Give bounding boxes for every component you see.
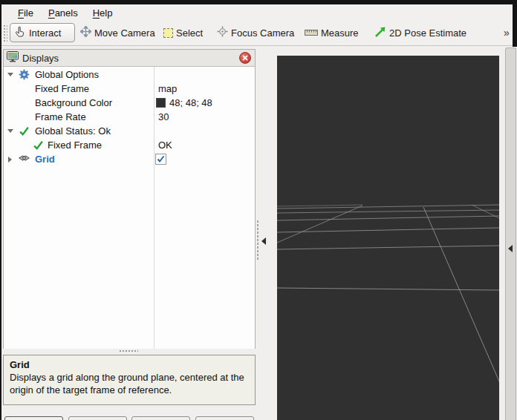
displays-panel-header[interactable]: Displays (4, 50, 255, 67)
displays-icon (7, 51, 19, 65)
menu-file[interactable]: File (10, 7, 41, 19)
grid-display-label: Grid (35, 154, 55, 165)
move-icon (80, 26, 91, 39)
toolbar-overflow-label: » (504, 27, 509, 39)
grid-enabled-checkbox[interactable] (155, 154, 166, 165)
window-border-left (0, 4, 1, 420)
displays-property-tree: Global Options Fixed Frame map Backgroun… (4, 67, 255, 349)
expander-right-icon[interactable] (8, 157, 12, 163)
selection-box-icon (163, 28, 173, 38)
displays-panel-title: Displays (22, 53, 59, 64)
viewport-splitter-handle[interactable] (256, 220, 259, 261)
tree-row-global-status[interactable]: Global Status: Ok (4, 124, 255, 138)
window-border-right (513, 0, 517, 47)
menu-bar: File Panels Help (1, 4, 513, 21)
expander-down-icon[interactable] (7, 73, 13, 76)
property-label: Fixed Frame (48, 140, 102, 151)
property-label: Frame Rate (35, 111, 86, 122)
grid-display-icon (19, 154, 30, 165)
tool-focus-camera-label: Focus Camera (231, 27, 294, 39)
toolbar-overflow-button[interactable]: » (504, 23, 509, 42)
bottom-button-4[interactable] (195, 416, 254, 420)
tool-2d-pose-estimate-button[interactable]: 2D Pose Estimate (374, 23, 466, 42)
tree-row-grid[interactable]: Grid (4, 152, 255, 166)
tool-interact-button[interactable]: Interact (10, 23, 75, 42)
property-label: Fixed Frame (35, 83, 89, 94)
tool-measure-label: Measure (321, 27, 359, 39)
tool-move-camera-button[interactable]: Move Camera (80, 23, 155, 42)
collapse-right-arrow-icon[interactable] (508, 245, 513, 252)
check-status-icon (19, 125, 30, 137)
bottom-button-2[interactable] (68, 416, 127, 420)
toolbar: Interact Move Camera Select Focus Camera… (1, 21, 513, 46)
tree-row-background-color[interactable]: Background Color 48; 48; 48 (4, 96, 255, 110)
crosshair-icon (217, 26, 228, 39)
expander-down-icon[interactable] (7, 129, 13, 133)
collapsed-right-panel-strip[interactable] (505, 47, 516, 420)
bottom-button-3[interactable] (131, 416, 190, 420)
tool-2d-pose-estimate-label: 2D Pose Estimate (389, 27, 466, 39)
frame-rate-value[interactable]: 30 (158, 111, 169, 122)
menu-panels[interactable]: Panels (41, 7, 85, 19)
property-label: Global Status: Ok (35, 125, 111, 137)
fixed-frame-value[interactable]: map (158, 83, 177, 94)
tool-select-label: Select (176, 27, 203, 39)
tree-row-fixed-frame[interactable]: Fixed Frame map (4, 82, 255, 96)
display-description-box: Grid Displays a grid along the ground pl… (3, 355, 256, 405)
description-splitter-handle[interactable] (119, 350, 138, 353)
description-title: Grid (10, 358, 249, 371)
fixed-frame-status-value: OK (158, 140, 172, 151)
gear-icon (19, 69, 30, 80)
pose-arrow-icon (374, 26, 386, 40)
tool-measure-button[interactable]: Measure (305, 23, 359, 42)
tree-row-fixed-frame-status[interactable]: Fixed Frame OK (4, 138, 255, 152)
ruler-icon (305, 27, 318, 39)
bottom-button-1[interactable] (4, 416, 63, 420)
menu-help[interactable]: Help (85, 7, 120, 19)
close-icon[interactable] (239, 52, 251, 64)
tool-focus-camera-button[interactable]: Focus Camera (217, 23, 294, 42)
color-swatch[interactable] (156, 98, 166, 108)
tree-row-global-options[interactable]: Global Options (4, 68, 255, 82)
background-color-value[interactable]: 48; 48; 48 (169, 97, 212, 108)
ground-grid-wireframe (277, 56, 499, 420)
collapse-left-arrow-icon[interactable] (261, 237, 266, 245)
tree-row-frame-rate[interactable]: Frame Rate 30 (4, 110, 255, 124)
tool-move-camera-label: Move Camera (94, 27, 155, 39)
tool-interact-label: Interact (29, 27, 61, 39)
property-label: Background Color (35, 97, 112, 108)
rviz-window: File Panels Help Interact Move Camera Se… (0, 0, 517, 420)
render-viewport-3d[interactable] (277, 56, 499, 420)
check-status-icon (33, 140, 44, 151)
property-label: Global Options (35, 69, 99, 80)
hand-icon (15, 26, 26, 39)
displays-panel: Displays (3, 49, 256, 349)
description-body: Displays a grid along the ground plane, … (10, 371, 249, 396)
toolbar-drag-handle[interactable] (3, 24, 7, 42)
tool-select-button[interactable]: Select (163, 23, 203, 42)
